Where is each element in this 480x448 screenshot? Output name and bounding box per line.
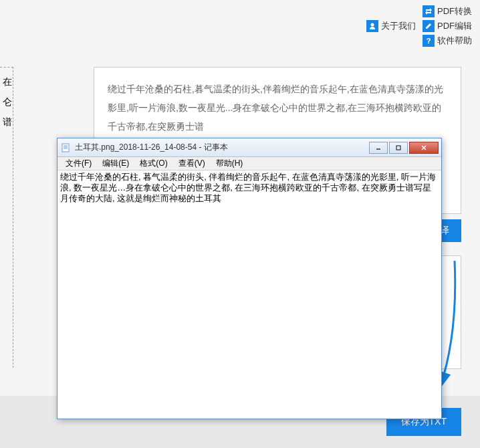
software-help-label: 软件帮助 (437, 35, 472, 47)
left-fragment-1: 在 (3, 72, 10, 92)
menu-file[interactable]: 文件(F) (60, 156, 97, 171)
close-button[interactable] (409, 142, 439, 154)
minimize-button[interactable] (369, 142, 388, 154)
notepad-window[interactable]: 土耳其.png_2018-11-26_14-08-54 - 记事本 文件(F) … (57, 138, 442, 419)
svg-rect-1 (62, 144, 69, 152)
notepad-content[interactable]: 绕过千年沧桑的石柱, 暮气温柔的街头, 伴着绚烂的音乐起午, 在蓝色清真寺荡漾的… (57, 171, 441, 419)
menu-edit[interactable]: 编辑(E) (97, 156, 134, 171)
svg-point-0 (371, 23, 374, 27)
about-us-link[interactable]: 关于我们 (366, 5, 416, 47)
about-label: 关于我们 (381, 20, 416, 32)
left-fragment-3: 谱 (3, 112, 10, 132)
notepad-menubar: 文件(F) 编辑(E) 格式(O) 查看(V) 帮助(H) (57, 157, 441, 171)
maximize-button[interactable] (389, 142, 408, 154)
software-help-link[interactable]: ? 软件帮助 (423, 35, 472, 47)
notepad-icon (60, 142, 71, 153)
menu-view[interactable]: 查看(V) (173, 156, 211, 171)
help-icon: ? (423, 35, 435, 47)
left-fragment-2: 仑 (3, 92, 10, 112)
person-icon (366, 20, 378, 32)
menu-format[interactable]: 格式(O) (134, 156, 172, 171)
edit-icon (423, 20, 435, 32)
menu-help[interactable]: 帮助(H) (211, 156, 249, 171)
pdf-convert-link[interactable]: PDF转换 (423, 5, 472, 17)
notepad-titlebar[interactable]: 土耳其.png_2018-11-26_14-08-54 - 记事本 (57, 138, 441, 157)
pdf-edit-label: PDF编辑 (437, 20, 472, 32)
svg-rect-6 (396, 146, 400, 150)
pdf-edit-link[interactable]: PDF编辑 (423, 20, 472, 32)
source-text-content: 绕过千年沧桑的石柱,暮气温柔的街头,伴着绚烂的音乐起午,在蓝色清真寺荡漾的光影里… (108, 84, 443, 132)
pdf-convert-label: PDF转换 (437, 5, 472, 17)
convert-icon (423, 5, 435, 17)
notepad-title: 土耳其.png_2018-11-26_14-08-54 - 记事本 (75, 142, 369, 153)
